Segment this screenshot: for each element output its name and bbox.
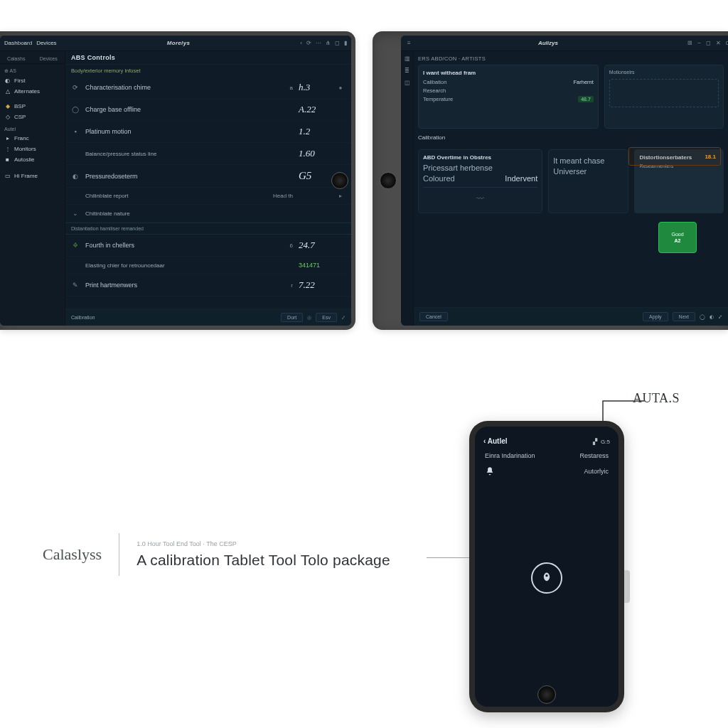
phone-label[interactable]: Restaress: [579, 452, 609, 459]
data-row[interactable]: ⌄ Chitinblate nature: [65, 205, 351, 223]
refresh-icon[interactable]: ⟳: [306, 40, 311, 46]
data-row[interactable]: ✎ Print hartmenwers r 7.22: [65, 274, 351, 296]
expand-icon[interactable]: ⤢: [341, 315, 346, 321]
sidebar-tab[interactable]: Calashs: [0, 54, 33, 63]
warning-value: 18.1: [705, 154, 716, 160]
phone-home-button[interactable]: [537, 685, 556, 704]
row-label: Chitinblate nature: [85, 210, 259, 217]
back-icon[interactable]: ‹: [300, 40, 302, 46]
data-row[interactable]: ⟳ Characterisation chime a h.3 ●: [65, 77, 351, 99]
sidebar-item[interactable]: △Alternates: [0, 86, 65, 97]
footer-button-apply[interactable]: Apply: [643, 312, 668, 321]
sidebar-item[interactable]: ■Autoslie: [0, 154, 65, 165]
row-flag-icon: ⋯: [336, 173, 346, 179]
footer-button[interactable]: Dort: [281, 313, 303, 322]
app-brand: Morelys: [167, 40, 190, 46]
device-icon[interactable]: ▥: [405, 55, 410, 62]
layers-icon[interactable]: ≣: [405, 68, 410, 74]
row-value: h.3: [299, 82, 330, 93]
moon-icon[interactable]: ◐: [710, 314, 714, 320]
row-label: Print hartmenwers: [85, 282, 259, 289]
row-value: 341471: [299, 262, 330, 269]
sidebar-item[interactable]: ◆BSP: [0, 101, 65, 112]
data-row[interactable]: Balance/pressure status line 1.60: [65, 143, 351, 165]
square-small-icon: ▪: [71, 128, 80, 135]
sidebar-item[interactable]: ▸Franc: [0, 133, 65, 144]
tablet-right-screen: ≡ Aulizys ⊞ − ◻ ✕ 08:11:11 ▥ ≣ ◫ ERS ABD…: [401, 36, 728, 326]
triangle-icon: △: [4, 88, 11, 95]
data-row[interactable]: ◯ Charge base offline A.22: [65, 99, 351, 121]
globe-icon[interactable]: ◎: [307, 315, 311, 321]
data-row[interactable]: ◐ Pressuredoseterm G5 ⋯: [65, 165, 351, 188]
circle-icon[interactable]: ◯: [700, 314, 705, 320]
detail-panel[interactable]: ABD Overtime in Obstres Pricessart herbe…: [418, 149, 542, 213]
topbar-tab[interactable]: Devices: [36, 40, 56, 46]
chevron-right-icon[interactable]: ▸: [336, 193, 346, 199]
expand-icon[interactable]: ⤢: [718, 314, 722, 320]
left-sidebar: Calashs Devices ⊕ AS ◐First △Alternates …: [0, 51, 65, 326]
tablet-left: Dashboard Devices Morelys ‹ ⟳ ⋯ ⋔ ◻ ▮ Ca…: [0, 31, 355, 330]
refresh-icon: ⟳: [71, 84, 80, 91]
half-circle-icon: ◐: [71, 173, 80, 180]
kebab-icon: ⋮: [4, 146, 11, 152]
row-value: A.22: [299, 104, 330, 115]
section-title: ABS Controls: [65, 51, 351, 65]
phone-app-title[interactable]: ‹ Autlel: [483, 437, 508, 445]
row-flag-icon: ●: [336, 85, 346, 91]
sidebar-tab[interactable]: Devices: [33, 54, 65, 63]
grid-icon[interactable]: ⊞: [687, 40, 692, 46]
data-row[interactable]: ▪ Platinum motion 1.2: [65, 121, 351, 143]
footer-meta: Calibration: [71, 315, 95, 320]
sidebar-item[interactable]: ⋮Monitors: [0, 144, 65, 154]
topbar-tab[interactable]: Dashboard: [4, 40, 32, 46]
phone-screen: ‹ Autlel ▞ G:5 Einra Indarination Restar…: [475, 427, 619, 707]
cube-icon[interactable]: ◫: [405, 80, 410, 86]
warning-banner[interactable]: 18.1: [628, 147, 721, 166]
clock-label: G:5: [601, 439, 610, 445]
footer-button-next[interactable]: Next: [673, 312, 695, 321]
row-label: Fourth in chellers: [85, 242, 259, 249]
sidebar-item[interactable]: ▭Hi Frame: [0, 171, 65, 181]
menu-icon[interactable]: ≡: [407, 40, 411, 46]
summary-card[interactable]: I want withead fram CalibationFarhernt R…: [418, 65, 599, 129]
breadcrumb: ERS ABD/CON · ARTISTS: [418, 55, 724, 62]
more-icon[interactable]: ⋯: [316, 40, 321, 46]
data-row[interactable]: Chilinblate report Head th ▸: [65, 188, 351, 205]
sparkle-icon: ❖: [71, 242, 80, 249]
footer-button[interactable]: Esv: [316, 313, 337, 322]
row-value: 1.2: [299, 126, 330, 137]
record-button[interactable]: [531, 562, 562, 594]
diamond-outline-icon: ◇: [4, 114, 11, 120]
phone-label[interactable]: Einra Indarination: [485, 452, 535, 459]
tablet-right: ≡ Aulizys ⊞ − ◻ ✕ 08:11:11 ▥ ≣ ◫ ERS ABD…: [373, 31, 728, 330]
data-row[interactable]: Elasting chier for retrouncedaar 341471: [65, 257, 351, 274]
caption-title: A calibration Tablet Tool Tolo package: [136, 552, 390, 568]
caption-brand: Calaslyss: [43, 545, 102, 564]
sidebar-item[interactable]: ◇CSP: [0, 112, 65, 122]
phone-label[interactable]: Autorlyic: [584, 468, 609, 475]
card-line: Motionselrs: [609, 70, 719, 75]
right-rail-left: ▥ ≣ ◫: [401, 51, 414, 326]
bell-icon[interactable]: [485, 466, 495, 476]
close-icon[interactable]: ✕: [716, 40, 721, 46]
status-chip: 48.7: [578, 96, 594, 102]
diamond-icon: ◆: [4, 103, 11, 109]
left-footer: Calibration Dort ◎ Esv ⤢: [65, 309, 351, 326]
phone-device: ‹ Autlel ▞ G:5 Einra Indarination Restar…: [469, 421, 624, 712]
preview-card[interactable]: Motionselrs: [604, 65, 724, 129]
left-main: ABS Controls Body/exterior memory infose…: [65, 51, 351, 326]
square-icon[interactable]: ◻: [706, 40, 711, 46]
minus-icon[interactable]: −: [697, 40, 701, 46]
settings-icon[interactable]: ◻: [335, 40, 340, 46]
sidebar-section: Autel: [0, 122, 65, 133]
row-meta: 6: [264, 242, 293, 249]
card-title: I want withead fram: [423, 70, 594, 76]
sidebar-item[interactable]: ◐First: [0, 75, 65, 86]
right-main: ERS ABD/CON · ARTISTS I want withead fra…: [414, 51, 728, 326]
mini-panel[interactable]: It meant chase Universer: [548, 149, 628, 213]
preview-box: [609, 79, 719, 107]
data-row[interactable]: ❖ Fourth in chellers 6 24.7: [65, 235, 351, 257]
phone-topbar: ‹ Autlel ▞ G:5: [475, 427, 619, 446]
footer-button-cancel[interactable]: Cancel: [419, 312, 448, 321]
status-card-good[interactable]: Good A2: [658, 222, 697, 253]
